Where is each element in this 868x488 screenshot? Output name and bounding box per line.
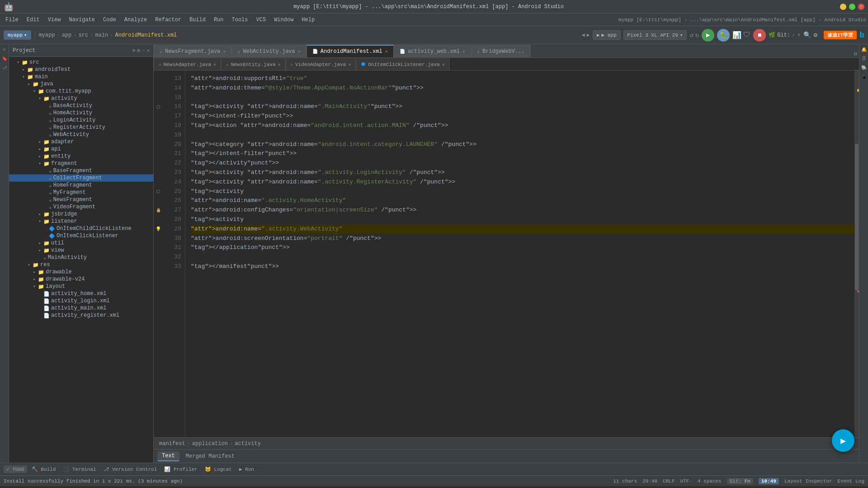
bc-activity[interactable]: activity — [235, 441, 261, 447]
tree-item[interactable]: ▾📁fragment — [9, 160, 153, 167]
scrollbar-thumb[interactable] — [855, 144, 859, 291]
tree-item[interactable]: ▾📁com.ttit.myapp — [9, 88, 153, 95]
tree-item[interactable]: ☕VideoFragment — [9, 203, 153, 211]
layout-inspector-link[interactable]: Layout Inspector — [784, 479, 832, 484]
project-tree[interactable]: ▾📁src▸📁androidTest▾📁main▸📁java▾📁com.ttit… — [9, 57, 153, 463]
menu-analyze[interactable]: Analyze — [121, 15, 151, 24]
menu-run[interactable]: Run — [210, 15, 227, 24]
tree-item[interactable]: ☕BaseActivity — [9, 102, 153, 109]
tree-item[interactable]: 🔷OnItemClickListener — [9, 232, 153, 239]
char-count[interactable]: 11 chars — [613, 479, 637, 484]
tree-item[interactable]: ▸📁adapter — [9, 138, 153, 145]
tree-item[interactable]: ▸📁drawable-v24 — [9, 276, 153, 283]
tree-item[interactable]: ▾📁layout — [9, 283, 153, 290]
profile-icon[interactable]: 📊 — [732, 31, 741, 40]
tree-item[interactable]: ☕MainActivity — [9, 254, 153, 261]
encoding[interactable]: UTF- — [680, 479, 692, 484]
tree-item[interactable]: 📄activity_register.xml — [9, 312, 153, 319]
maximize-button[interactable]: □ — [849, 4, 855, 10]
menu-window[interactable]: Window — [270, 15, 297, 24]
menu-vcs[interactable]: VCS — [253, 15, 270, 24]
tab-merged-manifest[interactable]: Merged Manifest — [181, 452, 239, 461]
tab2-close-videoadapter[interactable]: ✕ — [348, 62, 351, 67]
tab-close-newsfragment[interactable]: ✕ — [223, 49, 226, 54]
tab-close-androidmanifest[interactable]: ✕ — [385, 49, 388, 54]
tab-androidmanifest[interactable]: 📄 AndroidManifest.xml ✕ — [307, 45, 394, 57]
tree-item[interactable]: 📄activity_home.xml — [9, 290, 153, 297]
scrollbar-track[interactable] — [854, 70, 859, 437]
database-icon[interactable]: 🗄 — [860, 55, 868, 62]
bilibili-float-button[interactable]: ▶ — [832, 429, 854, 452]
tab2-newsadapter[interactable]: ☕ NewsAdapter.java ✕ — [154, 58, 221, 70]
tree-item[interactable]: ☕NewsFragment — [9, 196, 153, 203]
menu-file[interactable]: File — [2, 15, 22, 24]
todo-tab[interactable]: ✓ TODO — [4, 465, 27, 473]
tab-text[interactable]: Text — [157, 451, 179, 461]
menu-refactor[interactable]: Refactor — [151, 15, 185, 24]
minimize-button[interactable]: ─ — [840, 4, 846, 10]
tab-activityweb[interactable]: 📄 activity_web.xml ✕ — [394, 45, 471, 57]
tree-item[interactable]: ▸📁view — [9, 247, 153, 254]
tab2-newsentity[interactable]: ☕ NewsEntity.java ✕ — [221, 58, 285, 70]
tree-item[interactable]: 🔷OnItemChildClickListene — [9, 225, 153, 232]
tab2-close-onitemclick[interactable]: ✕ — [442, 62, 445, 67]
profiler-tab[interactable]: 📊 Profiler — [161, 465, 200, 473]
tree-item[interactable]: ☕HomeFragment — [9, 182, 153, 189]
version-control-tab[interactable]: ⎇ Version Control — [101, 465, 160, 473]
run-tab[interactable]: ▶ Run — [236, 465, 257, 473]
code-content[interactable]: "attr">android:supportsRtl="true" "attr"… — [185, 70, 854, 437]
tab-close-activityweb[interactable]: ✕ — [462, 49, 465, 54]
sync-icon[interactable]: ↺ — [689, 31, 693, 39]
tree-item[interactable]: ▸📁drawable — [9, 268, 153, 276]
debug-button[interactable]: 🐛 — [717, 29, 730, 42]
tree-item[interactable]: ▾📁listener — [9, 218, 153, 225]
event-log-link[interactable]: Event Log — [838, 479, 864, 484]
tab2-videoadapter[interactable]: ☕ VideoAdapter.java ✕ — [286, 58, 356, 70]
collapse-panel-icon[interactable]: – — [142, 47, 145, 53]
notifications-icon[interactable]: 🔔 — [860, 46, 868, 53]
close-button[interactable]: ✕ — [858, 4, 864, 10]
expand-panel-icon[interactable]: ⊞ — [137, 47, 140, 53]
settings-icon[interactable]: ⚙ — [814, 31, 817, 39]
git-branch[interactable]: Git: Fn — [727, 478, 753, 484]
breadcrumb-myapp[interactable]: myapp — [39, 32, 55, 38]
tree-item[interactable]: ▾📁activity — [9, 95, 153, 102]
terminal-tab[interactable]: ⬛ Terminal — [60, 465, 99, 473]
nav-forward-icon[interactable]: ▶ — [587, 32, 590, 38]
tree-item[interactable]: ▾📁main — [9, 73, 153, 80]
tree-item[interactable]: ☕RegisterActivity — [9, 124, 153, 131]
indent-spaces[interactable]: 4 spaces — [698, 479, 722, 484]
project-dropdown[interactable]: myapp ▾ — [4, 30, 31, 40]
cursor-position[interactable]: 29:48 — [642, 479, 657, 484]
menu-build[interactable]: Build — [186, 15, 209, 24]
menu-code[interactable]: Code — [99, 15, 120, 24]
bc-application[interactable]: application — [192, 441, 228, 447]
emulator-dropdown[interactable]: Pixel 3 XL API 29 ▾ — [623, 30, 687, 40]
tree-item[interactable]: ☕HomeActivity — [9, 109, 153, 117]
coverage-icon[interactable]: 🛡 — [743, 31, 750, 40]
line-ending[interactable]: CRLF — [663, 479, 675, 484]
menu-navigate[interactable]: Navigate — [65, 15, 99, 24]
tree-item[interactable]: ☕WebActivity — [9, 131, 153, 138]
breadcrumb-app[interactable]: app — [62, 32, 72, 38]
tree-item[interactable]: ☕CollectFragment — [9, 174, 153, 182]
gradle-icon[interactable]: 🐘 — [860, 64, 868, 71]
tab2-close-newsadapter[interactable]: ✕ — [213, 62, 216, 67]
git-left-icon[interactable]: ⎇ — [1, 64, 8, 71]
tree-item[interactable]: ▸📁util — [9, 239, 153, 247]
tree-item[interactable]: ☕LoginActivity — [9, 117, 153, 124]
tree-item[interactable]: ▸📁entity — [9, 153, 153, 160]
tree-item[interactable]: ▸📁jsbridge — [9, 211, 153, 218]
build-tab[interactable]: 🔨 Build — [29, 465, 59, 473]
menu-view[interactable]: View — [44, 15, 65, 24]
run-button[interactable]: ▶ — [702, 29, 714, 42]
tree-item[interactable]: ▸📁api — [9, 145, 153, 153]
tree-item[interactable]: ▸📁java — [9, 80, 153, 88]
tree-item[interactable]: ▾📁res — [9, 261, 153, 268]
tab-newsfragment[interactable]: ☕ NewsFragment.java ✕ — [154, 45, 231, 57]
split-editor-icon[interactable]: ⊟ — [854, 51, 857, 57]
right-scrollbar[interactable] — [854, 70, 859, 437]
menu-edit[interactable]: Edit — [23, 15, 43, 24]
device-file-icon[interactable]: 📱 — [860, 73, 868, 80]
nav-back-icon[interactable]: ◀ — [581, 32, 585, 38]
